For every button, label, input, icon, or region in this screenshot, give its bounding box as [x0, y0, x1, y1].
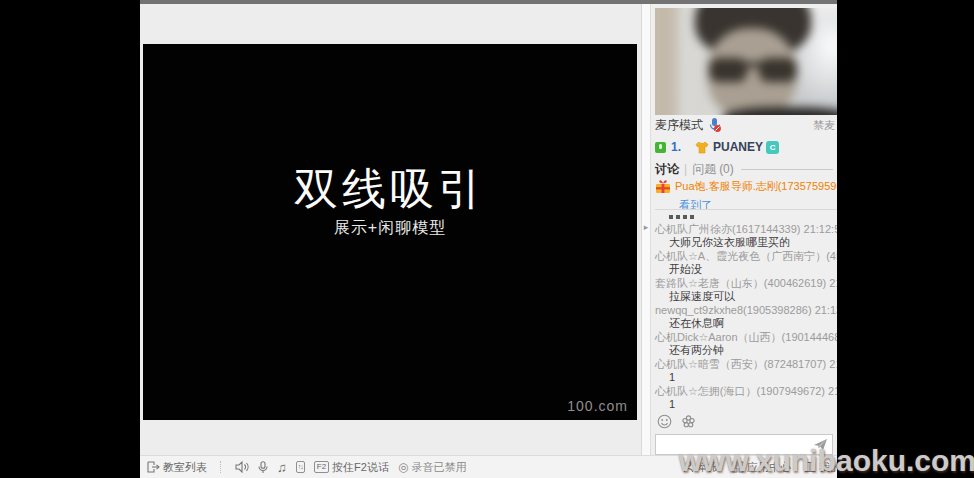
tabs-rule: [741, 169, 833, 170]
slide-brand-watermark: 100.com: [567, 398, 628, 414]
speaker-number: 1.: [671, 140, 681, 154]
presentation-slide: 双线吸引 展示+闲聊模型 100.com: [143, 44, 637, 420]
teacher-webcam-video: [655, 8, 837, 115]
emoji-smiley-icon[interactable]: [657, 414, 672, 429]
message-text: 1: [655, 398, 837, 408]
microphone-icon: [258, 461, 268, 474]
message-text: 还在休息啊: [655, 317, 837, 330]
pinned-message-text: 看到了: [679, 198, 837, 213]
f2-keycap-icon: F2: [314, 461, 329, 473]
vip-shirt-icon: [695, 141, 709, 154]
speaking-status-icon: [655, 142, 666, 153]
chat-message: 套路队☆老唐（山东）(400462619) 21:13:3 拉屎速度可以: [655, 277, 837, 303]
sender-name: 心机队☆A、霞光夜色（广西南宁）(4528556: [655, 250, 837, 262]
chat-message: 心机Dick☆Aaron（山西）(1901444689) 21 还有两分钟: [655, 331, 837, 357]
tab-question[interactable]: 问题: [692, 161, 716, 178]
chat-tabs: 讨论 | 问题 (0): [651, 161, 837, 177]
gift-icon: [655, 179, 671, 194]
tab-divider: |: [684, 162, 687, 176]
push-to-talk-label: 按住F2说话: [332, 460, 389, 475]
message-text: 还有两分钟: [655, 344, 837, 357]
glasses-right-lens: [759, 58, 797, 82]
mic-mode-label: 麦序模式: [655, 117, 703, 134]
chat-message-list[interactable]: 心机队广州徐亦(1617144339) 21:12:53 大师兄你这衣服哪里买的…: [651, 212, 837, 408]
network-stats-button[interactable]: ↑↓: [296, 461, 305, 473]
chat-message: 心机队☆暗雪（西安）(872481707) 21:15:0 1: [655, 358, 837, 384]
sender-name: 心机队广州徐亦(1617144339): [655, 223, 801, 235]
tab-discussion[interactable]: 讨论: [655, 161, 679, 178]
classroom-list-label: 教室列表: [163, 460, 207, 475]
music-note-icon: ♫: [277, 461, 287, 474]
mic-mode-row: 麦序模式 禁麦: [651, 115, 837, 135]
sender-name: 套路队☆老唐（山东）(400462619): [655, 277, 826, 289]
message-time: 21:15:0: [829, 358, 837, 370]
mic-muted-icon: [709, 118, 721, 133]
record-icon: ◎: [398, 461, 408, 473]
site-watermark: www.xunibaoku.com: [679, 444, 974, 478]
slide-title: 双线吸引: [143, 160, 637, 219]
sidebar: 麦序模式 禁麦 1. PUANEY C: [651, 4, 837, 478]
message-time: 21:13:44: [815, 304, 837, 316]
toolbar-left-group: 教室列表 ♫ ↑↓: [140, 460, 466, 475]
message-time: 21:13:3: [829, 277, 837, 289]
speaker-name: PUANEY: [713, 140, 763, 154]
pinned-message-header: Pua饱.客服导师.志刚(1735759596) 20:49: [655, 179, 837, 194]
message-time: 21:15:0: [828, 385, 837, 397]
sender-name: 心机Dick☆Aaron（山西）(1901444689): [655, 331, 837, 343]
webcam-blurred-scene: [655, 8, 837, 115]
chat-message: newqq_ct9zkxhe8(1905398286) 21:13:44 还在休…: [655, 304, 837, 330]
classroom-list-button[interactable]: 教室列表: [147, 460, 207, 475]
glasses-left-lens: [709, 58, 747, 82]
classroom-window: 双线吸引 展示+闲聊模型 100.com ▸: [140, 0, 837, 478]
glasses-bridge: [745, 62, 761, 67]
exit-door-icon: [147, 461, 160, 473]
webcam-curtain: [655, 8, 677, 115]
toolbar-divider: [220, 461, 222, 473]
speaker-level-badge-icon: C: [766, 141, 779, 154]
webcam-person-glasses: [709, 58, 797, 82]
chat-message: 心机队广州徐亦(1617144339) 21:12:53 大师兄你这衣服哪里买的: [655, 223, 837, 249]
record-status-label: 录音已禁用: [411, 460, 466, 475]
slide-subtitle: 展示+闲聊模型: [143, 218, 637, 239]
microphone-button[interactable]: [258, 461, 268, 474]
message-text: 大师兄你这衣服哪里买的: [655, 236, 837, 249]
record-status: ◎ 录音已禁用: [398, 460, 466, 475]
updown-arrows-icon: ↑↓: [296, 461, 305, 473]
collapse-sidebar-handle-icon[interactable]: ▸: [642, 222, 650, 232]
speaker-icon: [235, 461, 249, 473]
music-button[interactable]: ♫: [277, 461, 287, 474]
mute-mic-link[interactable]: 禁麦: [813, 118, 835, 133]
flower-sticker-icon[interactable]: [681, 414, 696, 429]
tab-question-count: (0): [719, 162, 734, 176]
message-time: 21:12:53: [804, 223, 837, 235]
pinned-teacher-message: Pua饱.客服导师.志刚(1735759596) 20:49 看到了: [655, 179, 837, 213]
chat-message: 心机队☆A、霞光夜色（广西南宁）(4528556 开始没: [655, 250, 837, 276]
speaker-volume-button[interactable]: [235, 461, 249, 473]
pinned-sender-name: Pua饱.客服导师.志刚(1735759596): [675, 179, 837, 194]
clipped-message-sliver: [669, 215, 695, 219]
chat-message: 心机队☆怎拥(海口）(1907949672) 21:15:0 1: [655, 385, 837, 408]
sender-name: 心机队☆暗雪（西安）(872481707): [655, 358, 826, 370]
pinned-separator: [655, 209, 837, 210]
message-text: 1: [655, 371, 837, 384]
message-text: 开始没: [655, 263, 837, 276]
sender-name: 心机队☆怎拥(海口）(1907949672): [655, 385, 825, 397]
panel-splitter[interactable]: ▸: [641, 4, 651, 455]
sender-name: newqq_ct9zkxhe8(1905398286): [655, 304, 812, 316]
input-tools-row: [657, 412, 696, 430]
current-speaker-row: 1. PUANEY C: [651, 137, 837, 157]
message-text: 拉屎速度可以: [655, 290, 837, 303]
push-to-talk-control[interactable]: F2 按住F2说话: [314, 460, 389, 475]
